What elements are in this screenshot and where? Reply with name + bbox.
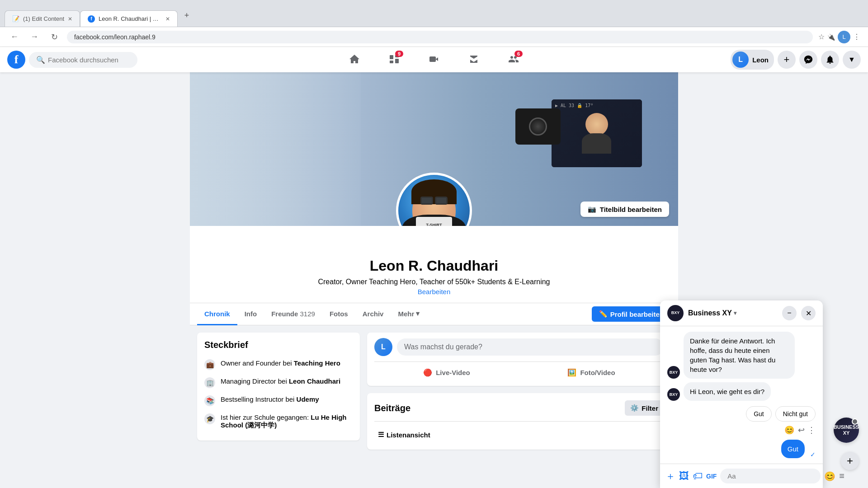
reply-button[interactable]: ↩ <box>797 424 806 436</box>
steckbrief-text-2: Managing Director bei Leon Chaudhari <box>221 377 353 385</box>
profile-bio: Creator, Owner Teaching Hero, Teacher of… <box>190 278 678 286</box>
suggest-nicht-gut-button[interactable]: Nicht gut <box>775 406 816 422</box>
fb-navbar: f 🔍 9 6 L Leon + <box>0 47 868 72</box>
live-icon: 🔴 <box>423 368 432 377</box>
profile-actions: ✏️ Profil bearbeiten <box>592 306 671 322</box>
steckbrief-text-3: Bestselling Instructor bei Udemy <box>221 395 353 403</box>
school-icon: 🎓 <box>204 413 215 424</box>
back-button[interactable]: ← <box>7 30 22 44</box>
tab-facebook[interactable]: f Leon R. Chaudhari | Facebook ✕ <box>80 10 178 27</box>
filter-button[interactable]: ⚙️ Filter <box>625 400 664 416</box>
svg-rect-3 <box>395 59 399 63</box>
beitraege-header: Beiträge ⚙️ Filter <box>374 400 664 416</box>
messenger-page-avatar: BXY <box>667 305 684 321</box>
settings-chevron[interactable]: ▼ <box>843 51 861 69</box>
browser-nav-bar: ← → ↻ ☆ 🔌 L ⋮ <box>0 27 868 47</box>
messenger-close-button[interactable]: ✕ <box>801 306 816 320</box>
tab-mehr[interactable]: Mehr ▾ <box>391 303 427 325</box>
tab-freunde[interactable]: Freunde 3129 <box>264 304 322 325</box>
tab-close-2[interactable]: ✕ <box>165 16 170 22</box>
profile-avatar-wrapper: T-SHIRT 📷 <box>396 173 472 226</box>
fb-nav-right: L Leon + ▼ <box>731 50 861 70</box>
listenansicht-button[interactable]: ☰ Listenansicht <box>374 427 434 442</box>
nav-home[interactable] <box>335 47 374 72</box>
url-bar[interactable] <box>67 31 813 43</box>
nav-marketplace[interactable] <box>454 47 494 72</box>
msg-suggestions-row: Gut Nicht gut 😊 ↩ ⋮ <box>667 404 816 436</box>
suggest-gut-button[interactable]: Gut <box>746 406 772 422</box>
messenger-button[interactable] <box>799 51 817 69</box>
list-icon: ☰ <box>378 431 384 439</box>
profil-bearbeiten-button[interactable]: ✏️ Profil bearbeiten <box>592 306 671 322</box>
post-user-avatar: L <box>374 338 392 356</box>
messenger-minimize-button[interactable]: − <box>782 306 797 320</box>
bookmark-icon[interactable]: ☆ <box>818 33 825 41</box>
tab-close-1[interactable]: ✕ <box>68 16 72 22</box>
briefcase-icon: 💼 <box>204 359 215 370</box>
svg-rect-0 <box>390 55 393 59</box>
nav-groups[interactable]: 6 <box>494 47 533 72</box>
notifications-button[interactable] <box>821 51 839 69</box>
msg-row-2: BXY Hi Leon, wie geht es dir? <box>667 382 816 401</box>
msg-avatar-2: BXY <box>667 388 680 401</box>
tab-fotos[interactable]: Fotos <box>322 304 355 325</box>
user-menu-button[interactable]: L Leon <box>731 50 774 70</box>
fb-logo: f <box>7 51 25 69</box>
steckbrief-title: Steckbrief <box>204 340 353 350</box>
new-tab-button[interactable]: + <box>180 9 193 22</box>
messenger-name: Business XY ▾ <box>688 309 778 317</box>
camera-body <box>515 108 561 145</box>
post-input[interactable]: Was machst du gerade? <box>397 338 664 356</box>
msg-row-sent: Gut ✓ <box>667 440 816 457</box>
bxy-float-widget: BUSINESS XY <box>834 418 859 443</box>
nav-video[interactable] <box>414 47 454 72</box>
beitraege-list-section: ☰ Listenansicht <box>374 421 664 442</box>
msg-more-button[interactable]: ⋮ <box>807 425 816 435</box>
fb-nav-center: 9 6 <box>335 47 533 72</box>
post-box: L Was machst du gerade? 🔴 Live-Video 🖼️ … <box>367 333 671 386</box>
tab-edit-content[interactable]: 📝 (1) Edit Content ✕ <box>5 10 80 27</box>
pencil-icon: ✏️ <box>599 310 608 318</box>
foto-video-button[interactable]: 🖼️ Foto/Video <box>519 365 664 380</box>
msg-bubble-2: Hi Leon, wie geht es dir? <box>684 382 771 401</box>
msg-avatar-1: BXY <box>667 366 680 379</box>
left-column: Steckbrief 💼 Owner and Founder bei Teach… <box>197 333 360 450</box>
msg-row-1: BXY Danke für deine Antwort. Ich hoffe, … <box>667 332 816 379</box>
messenger-popup: BXY Business XY ▾ − ✕ BXY Danke für dein… <box>660 300 823 457</box>
search-input[interactable] <box>48 56 130 64</box>
menu-icon[interactable]: ⋮ <box>853 33 861 41</box>
tab-archiv[interactable]: Archiv <box>355 304 391 325</box>
edit-cover-button[interactable]: 📷 Titelbild bearbeiten <box>580 202 669 217</box>
fb-search-bar[interactable]: 🔍 <box>29 52 137 68</box>
camera-icon: 📷 <box>588 205 596 213</box>
feed-badge: 9 <box>395 51 403 57</box>
msg-bubble-1: Danke für deine Antwort. Ich hoffe, dass… <box>684 332 795 379</box>
forward-button[interactable]: → <box>27 30 42 44</box>
messenger-messages[interactable]: BXY Danke für deine Antwort. Ich hoffe, … <box>660 326 823 457</box>
search-icon: 🔍 <box>36 56 45 64</box>
foto-icon: 🖼️ <box>567 368 576 377</box>
main-content: Steckbrief 💼 Owner and Founder bei Teach… <box>190 325 678 457</box>
suggested-replies: Gut Nicht gut <box>667 406 816 422</box>
beitraege-card: Beiträge ⚙️ Filter ☰ Listenansicht <box>367 393 671 450</box>
live-video-button[interactable]: 🔴 Live-Video <box>374 365 519 380</box>
emoji-reaction-button[interactable]: 😊 <box>783 424 795 436</box>
msg-reactions: 😊 ↩ ⋮ <box>667 424 816 436</box>
profile-tabs: Chronik Info Freunde 3129 Fotos Archiv M… <box>190 303 678 325</box>
nav-feed[interactable]: 9 <box>374 47 414 72</box>
browser-nav-icons: ☆ 🔌 L ⋮ <box>818 31 861 43</box>
new-chat-button[interactable]: + <box>841 452 859 457</box>
messenger-name-chevron: ▾ <box>734 310 736 316</box>
filter-icon: ⚙️ <box>630 404 639 412</box>
add-button[interactable]: + <box>778 51 796 69</box>
steckbrief-item-2: 🏢 Managing Director bei Leon Chaudhari <box>204 374 353 392</box>
cover-photo: ▶ AL 33 🔒 17° 📷 Titelbild bearbeiten <box>190 72 678 226</box>
reload-button[interactable]: ↻ <box>47 30 61 44</box>
extensions-icon[interactable]: 🔌 <box>827 33 835 41</box>
sent-checkmark: ✓ <box>810 451 816 457</box>
profile-edit-link[interactable]: Bearbeiten <box>190 288 678 296</box>
post-actions: 🔴 Live-Video 🖼️ Foto/Video <box>374 361 664 380</box>
tab-info[interactable]: Info <box>237 304 264 325</box>
profile-icon[interactable]: L <box>838 31 850 43</box>
tab-chronik[interactable]: Chronik <box>197 304 237 325</box>
